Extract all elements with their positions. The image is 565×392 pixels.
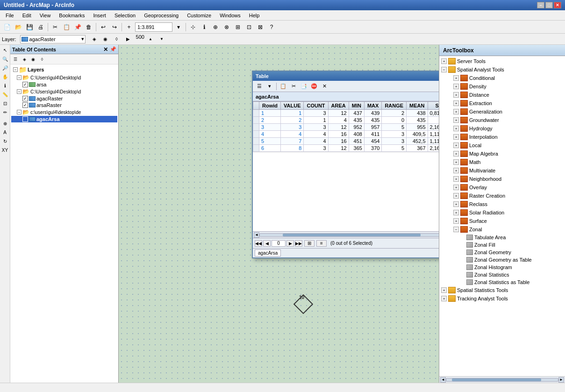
tool-item-local[interactable]: +Local (440, 141, 564, 150)
tool-item-hydrology[interactable]: +Hydrology (440, 124, 564, 133)
tool-item-reclass[interactable]: +Reclass (440, 200, 564, 208)
table-options-btn[interactable]: ☰ (255, 82, 264, 91)
table-cut-btn[interactable]: ✂ (289, 82, 298, 91)
tool-leaf-zonal-statistics[interactable]: Zonal Statistics (440, 271, 564, 278)
layer-btn2[interactable]: ◉ (100, 34, 111, 44)
toc-layer-btn[interactable]: ◈ (20, 55, 29, 64)
tool-item-groundwater[interactable]: +Groundwater (440, 116, 564, 124)
tool-item-overlay[interactable]: +Overlay (440, 183, 564, 192)
tool-expand-btn[interactable]: + (453, 176, 459, 182)
scrollbar-track[interactable] (259, 233, 439, 237)
agacarsa-checkbox[interactable] (22, 116, 28, 122)
nav-list-view-btn[interactable]: ≡ (316, 240, 327, 247)
atb-scroll-left[interactable]: ◄ (440, 377, 446, 383)
redo-button[interactable]: ↪ (109, 22, 120, 32)
tool-expand-btn[interactable]: + (441, 296, 447, 301)
tool-zonal[interactable]: −Zonal (440, 225, 564, 234)
spin-up[interactable]: ▲ (145, 34, 156, 44)
folder2-expand[interactable]: − (17, 89, 21, 94)
tool-leaf-tabulate-area[interactable]: Tabulate Area (440, 234, 564, 241)
tool-item-neighborhood[interactable]: +Neighborhood (440, 175, 564, 183)
undo-button[interactable]: ↩ (98, 22, 108, 32)
tool-expand-btn[interactable]: + (453, 201, 459, 207)
table-row[interactable]: 6831236537053672,16024711013 (253, 145, 439, 152)
toc-agacraster[interactable]: ✓ agacRaster (11, 95, 117, 102)
tool-expand-btn[interactable]: − (441, 67, 447, 72)
tool-zoom-in[interactable]: 🔍 (1, 55, 9, 63)
new-button[interactable]: 📄 (2, 22, 12, 32)
arsa-checkbox[interactable]: ✓ (22, 82, 28, 87)
table-row[interactable]: 444164084113409,51,11803416384 (253, 131, 439, 138)
tool-label[interactable]: A (1, 128, 9, 136)
identify-tool[interactable]: ℹ (199, 22, 209, 32)
menu-help[interactable]: Help (245, 12, 264, 19)
tool-item-extraction[interactable]: +Extraction (440, 99, 564, 107)
minimize-button[interactable]: – (537, 2, 544, 8)
menu-file[interactable]: File (2, 12, 18, 19)
close-button[interactable]: ✕ (554, 2, 561, 8)
toc-arsa-layer[interactable]: ✓ arsa (11, 81, 117, 88)
nav-first-btn[interactable]: ◀◀ (255, 240, 262, 247)
select-tool[interactable]: ⊹ (188, 22, 198, 32)
tool-expand-btn[interactable]: + (453, 210, 459, 215)
layer-btn4[interactable]: ▶ (123, 34, 133, 44)
tool-expand-btn[interactable]: + (453, 126, 459, 131)
tool-expand-btn[interactable]: + (453, 134, 459, 140)
tool-zoom-out[interactable]: 🔎 (1, 64, 9, 72)
zoom-btn[interactable]: + (124, 22, 134, 32)
tool-leaf-zonal-statistics-as-table[interactable]: Zonal Statistics as Table (440, 278, 564, 286)
table-row[interactable]: 1131243743924380,81649713143 (253, 110, 439, 117)
col-count[interactable]: COUNT (304, 102, 328, 110)
layer-selector[interactable]: agacRaster ▾ (20, 35, 86, 43)
tool-leaf-zonal-histogram[interactable]: Zonal Histogram (440, 264, 564, 271)
tool-item-solar-radiation[interactable]: +Solar Radiation (440, 208, 564, 217)
tool-expand-btn[interactable]: + (441, 287, 447, 293)
scrollbar-thumb[interactable] (283, 234, 421, 236)
agacraster-checkbox[interactable]: ✓ (22, 96, 28, 101)
toc-agacarsa-selected[interactable]: agacArsa (11, 116, 117, 122)
table-row[interactable]: 574164514543452,51,11803418104 (253, 138, 439, 145)
nav-prev-btn[interactable]: ◀ (263, 240, 271, 247)
map-tool5[interactable]: ⊠ (255, 22, 265, 32)
tool-item-map-algebra[interactable]: +Map Algebra (440, 150, 564, 158)
col-max[interactable]: MAX (364, 102, 381, 110)
table-delete-btn[interactable]: ⛔ (309, 82, 319, 91)
tool-expand-btn[interactable]: + (441, 58, 447, 64)
table-scrollbar[interactable]: ◄ ► (253, 231, 439, 238)
nav-last-btn[interactable]: ▶▶ (295, 240, 302, 247)
col-min[interactable]: MIN (349, 102, 364, 110)
col-mean[interactable]: MEAN (407, 102, 428, 110)
layer-btn3[interactable]: ◊ (112, 34, 122, 44)
map-tool3[interactable]: ⊞ (233, 22, 243, 32)
scale-dropdown[interactable]: ▾ (173, 22, 184, 32)
toc-folder1[interactable]: − 📂 C:\Users\gul4\Desktop\d (11, 74, 117, 81)
tool-expand-btn[interactable]: + (453, 100, 459, 106)
map-tool4[interactable]: ⊡ (244, 22, 254, 32)
col-std[interactable]: STD (428, 102, 439, 110)
tool-expand-btn[interactable]: + (453, 218, 459, 224)
tool-item-math[interactable]: +Math (440, 158, 564, 166)
delete-button[interactable]: 🗑 (84, 22, 94, 32)
atb-scroll-right[interactable]: ► (558, 377, 564, 383)
layer-dropdown-arrow[interactable]: ▾ (81, 36, 84, 42)
copy-button[interactable]: 📋 (61, 22, 72, 32)
tool-info[interactable]: ℹ (1, 81, 9, 90)
tool-item-density[interactable]: +Density (440, 82, 564, 91)
menu-edit[interactable]: Edit (19, 12, 35, 19)
tool-item-generalization[interactable]: +Generalization (440, 107, 564, 116)
spin-down[interactable]: ▼ (157, 34, 167, 44)
toc-folder2[interactable]: − 📂 C:\Users\gul4\Desktop\d (11, 88, 117, 95)
tool-spatial-statistics[interactable]: +Spatial Statistics Tools (440, 286, 564, 294)
tool-expand-btn[interactable]: + (453, 151, 459, 157)
table-paste-btn[interactable]: 📑 (299, 82, 308, 91)
toc-arsaraster[interactable]: ✓ arsaRaster (11, 102, 117, 108)
folder3-expand[interactable]: − (17, 110, 21, 114)
tool-leaf-zonal-fill[interactable]: Zonal Fill (440, 241, 564, 249)
toc-src-btn[interactable]: ◉ (29, 55, 37, 64)
tool-leaf-zonal-geometry[interactable]: Zonal Geometry (440, 249, 564, 256)
col-range[interactable]: RANGE (382, 102, 407, 110)
tool-arrow[interactable]: ↖ (1, 46, 9, 54)
table-clear-btn[interactable]: ✕ (320, 82, 329, 91)
toc-pin-button[interactable]: 📌 (110, 46, 116, 52)
tool-item-multivariate[interactable]: +Multivariate (440, 166, 564, 175)
